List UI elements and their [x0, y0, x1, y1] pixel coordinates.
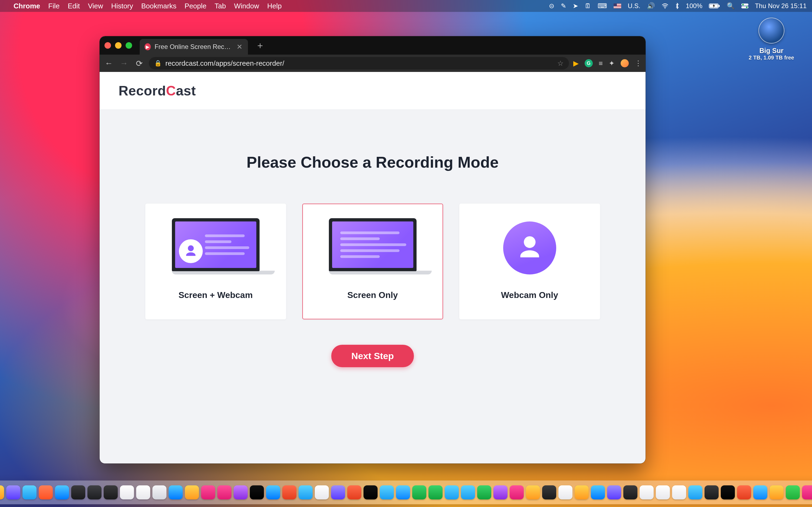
window-zoom-icon[interactable] — [125, 42, 132, 49]
dock-app-calculator[interactable] — [71, 485, 85, 499]
dock-app-launchpad[interactable] — [22, 485, 37, 499]
battery-icon[interactable] — [709, 3, 720, 9]
dock-app-reminders[interactable] — [656, 485, 670, 499]
menuextra-icon-2[interactable]: ✎ — [561, 2, 566, 10]
dock-app-skype[interactable] — [461, 485, 475, 499]
dock-app-home[interactable] — [0, 485, 4, 499]
ext-readlist-icon[interactable]: ≡ — [599, 59, 603, 68]
dock-app-activity[interactable] — [104, 485, 118, 499]
browser-tab[interactable]: ▶ Free Online Screen Recorder - ✕ — [140, 39, 248, 55]
ext-play-icon[interactable]: ▶ — [573, 59, 579, 68]
dock-app-generic-7[interactable] — [591, 485, 605, 499]
dock-app-music[interactable] — [217, 485, 232, 499]
card-screen-only[interactable]: Screen Only — [302, 204, 443, 319]
browser-menu-icon[interactable]: ⋮ — [635, 59, 642, 68]
nav-back-icon[interactable]: ← — [103, 59, 114, 68]
dock-app-generic-10[interactable] — [753, 485, 767, 499]
window-close-icon[interactable] — [104, 42, 111, 49]
nav-reload-icon[interactable]: ⟳ — [134, 59, 145, 68]
dock-app-swift[interactable] — [39, 485, 53, 499]
dock-app-opera[interactable] — [363, 485, 377, 499]
card-webcam-only[interactable]: Webcam Only — [459, 204, 600, 319]
bluetooth-icon[interactable] — [675, 3, 679, 9]
dock-app-podcasts2[interactable] — [234, 485, 248, 499]
spotlight-icon[interactable]: 🔍 — [727, 2, 735, 10]
dock-app-messenger[interactable] — [494, 485, 507, 499]
calendar-icon[interactable]: 🗓︎ — [585, 2, 591, 10]
menu-file[interactable]: File — [48, 2, 59, 10]
menu-history[interactable]: History — [111, 2, 133, 10]
dock-app-terminal[interactable] — [88, 485, 101, 499]
desktop-disk-widget[interactable]: Big Sur 2 TB, 1.09 TB free — [747, 17, 796, 61]
dock-app-generic-4[interactable] — [526, 485, 540, 499]
dock-app-appstore[interactable] — [55, 485, 69, 499]
dock-app-chrome[interactable] — [315, 485, 329, 499]
dock-app-term2[interactable] — [721, 485, 735, 499]
dock-app-generic-9[interactable] — [705, 485, 719, 499]
dock-app-pages[interactable] — [672, 485, 686, 499]
menu-tab[interactable]: Tab — [215, 2, 226, 10]
card-label: Webcam Only — [501, 290, 558, 300]
next-step-button[interactable]: Next Step — [331, 345, 414, 367]
bookmark-star-icon[interactable]: ☆ — [557, 59, 563, 68]
dock-app-brave[interactable] — [347, 485, 361, 499]
dock-app-podcasts[interactable] — [6, 485, 20, 499]
dock-app-generic-2[interactable] — [299, 485, 313, 499]
flag-icon[interactable] — [614, 3, 621, 8]
nav-forward-icon[interactable]: → — [118, 59, 130, 68]
profile-avatar-icon[interactable] — [621, 59, 629, 67]
dock-app-navi[interactable] — [282, 485, 296, 499]
tab-close-icon[interactable]: ✕ — [237, 43, 243, 51]
new-tab-button[interactable]: ＋ — [255, 39, 265, 52]
menuextra-icon-1[interactable]: ⊝ — [549, 2, 554, 10]
dock-app-authy[interactable] — [737, 485, 751, 499]
dock-app-arcade[interactable] — [266, 485, 280, 499]
site-logo[interactable]: Record C ast — [118, 83, 196, 99]
wifi-icon[interactable] — [661, 3, 668, 9]
dock-app-notes[interactable] — [640, 485, 654, 499]
dock-app-generic-5[interactable] — [558, 485, 572, 499]
dock-app-whatsapp[interactable] — [412, 485, 426, 499]
dock-app-news[interactable] — [201, 485, 215, 499]
dock-app-folder[interactable] — [802, 485, 812, 499]
control-center-icon[interactable] — [741, 3, 748, 8]
dock-app-generic-3[interactable] — [396, 485, 410, 499]
toolbar-extensions: ▶ G ≡ ✦ ⋮ — [573, 59, 642, 68]
card-screen-webcam[interactable]: Screen + Webcam — [145, 204, 286, 319]
location-icon[interactable]: ➤ — [573, 2, 578, 10]
menu-view[interactable]: View — [88, 2, 103, 10]
dock-app-messages[interactable] — [428, 485, 443, 499]
dock-app-1password[interactable] — [688, 485, 702, 499]
disk-subtitle: 2 TB, 1.09 TB free — [747, 55, 796, 61]
dock-app-generic-1[interactable] — [169, 485, 183, 499]
dock-app-inkscape[interactable] — [623, 485, 638, 499]
dock-app-generic-6[interactable] — [575, 485, 589, 499]
menu-app-name[interactable]: Chrome — [13, 2, 40, 10]
ext-puzzle-icon[interactable]: ✦ — [609, 59, 615, 68]
dock-app-tv[interactable] — [250, 485, 264, 499]
menu-bookmarks[interactable]: Bookmarks — [141, 2, 176, 10]
ext-grammarly-icon[interactable]: G — [585, 59, 593, 67]
dock-app-gimp[interactable] — [542, 485, 556, 499]
menu-window[interactable]: Window — [234, 2, 259, 10]
dock-app-instagram[interactable] — [510, 485, 524, 499]
omnibox[interactable]: 🔒 recordcast.com/apps/screen-recorder/ ☆ — [149, 57, 569, 69]
dock-app-firefox[interactable] — [331, 485, 345, 499]
dock-app-safari[interactable] — [380, 485, 394, 499]
keyboard-icon[interactable]: ⌨︎ — [598, 2, 607, 10]
volume-icon[interactable]: 🔊 — [647, 2, 655, 10]
dock-app-palette[interactable] — [786, 485, 800, 499]
dock-app-generic-11[interactable] — [769, 485, 783, 499]
clock[interactable]: Thu Nov 26 15:11 — [755, 2, 807, 10]
dock-app-books[interactable] — [185, 485, 199, 499]
menu-people[interactable]: People — [185, 2, 206, 10]
dock-app-telegram[interactable] — [445, 485, 459, 499]
menu-help[interactable]: Help — [267, 2, 282, 10]
menu-edit[interactable]: Edit — [68, 2, 80, 10]
dock-app-xcode[interactable] — [120, 485, 134, 499]
dock-app-tips[interactable] — [136, 485, 150, 499]
window-minimize-icon[interactable] — [115, 42, 121, 49]
dock-app-settings[interactable] — [152, 485, 166, 499]
dock-app-facetime[interactable] — [477, 485, 491, 499]
dock-app-generic-8[interactable] — [607, 485, 621, 499]
